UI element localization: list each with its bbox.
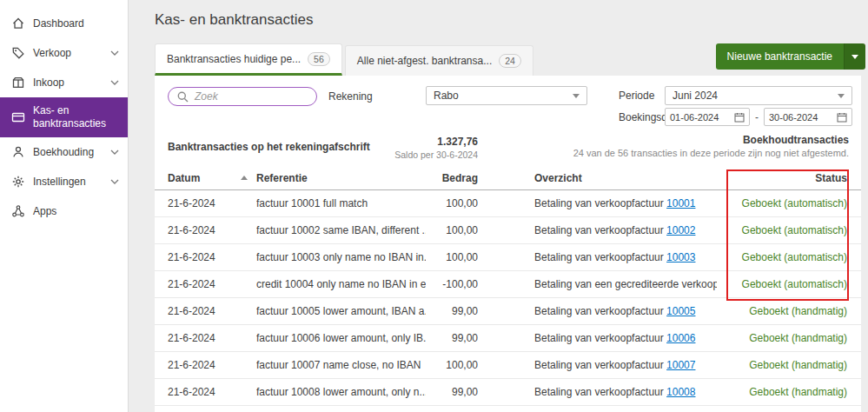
status-text: Geboekt (automatisch) bbox=[717, 278, 847, 290]
period-select[interactable]: Juni 2024 bbox=[665, 86, 852, 105]
invoice-link[interactable]: 10002 bbox=[666, 224, 695, 236]
tab-bar: Banktransacties huidige pe... 56 Alle ni… bbox=[155, 43, 533, 76]
table-row[interactable]: 21-6-2024 factuur 10006 lower amount, on… bbox=[155, 325, 861, 352]
date-to-value: 30-06-2024 bbox=[769, 112, 818, 123]
status-text: Geboekt (handmatig) bbox=[717, 386, 847, 398]
apps-network-icon bbox=[11, 204, 25, 218]
cell-overview: Betaling van verkoopfactuur 10002 bbox=[534, 224, 717, 236]
chevron-down-icon bbox=[110, 150, 119, 155]
table-row[interactable]: 21-6-2024 factuur 10005 lower amount, IB… bbox=[155, 298, 861, 325]
period-select-value: Juni 2024 bbox=[673, 90, 718, 102]
table-row[interactable]: 21-6-2024 factuur 10008 lower amount, on… bbox=[155, 379, 861, 406]
bank-card-icon bbox=[11, 110, 25, 124]
tab-label: Banktransacties huidige pe... bbox=[167, 53, 301, 65]
chevron-down-icon[interactable] bbox=[844, 43, 865, 70]
date-from-input[interactable]: 01-06-2024 bbox=[665, 108, 750, 126]
balance-amount: 1.327,76 bbox=[372, 136, 478, 148]
calendar-icon[interactable] bbox=[837, 112, 847, 123]
invoice-link[interactable]: 10007 bbox=[666, 359, 695, 371]
status-text: Geboekt (automatisch) bbox=[717, 224, 847, 236]
cell-amount: 99,00 bbox=[426, 305, 478, 317]
bookkeeping-caption: 24 van de 56 transacties in deze periode… bbox=[573, 148, 849, 158]
cell-reference: factuur 10003 only name no IBAN in... bbox=[256, 251, 426, 263]
sales-tag-icon bbox=[11, 46, 25, 60]
cell-date: 21-6-2024 bbox=[168, 305, 256, 317]
home-icon bbox=[11, 17, 25, 30]
person-icon bbox=[11, 145, 25, 159]
cell-reference: factuur 10008 lower amount, only n... bbox=[256, 386, 426, 398]
cell-amount: 99,00 bbox=[426, 332, 478, 344]
cell-overview: Betaling van verkoopfactuur 10005 bbox=[534, 305, 717, 317]
booking-date-range: 01-06-2024 - 30-06-2024 bbox=[665, 108, 852, 126]
search-icon bbox=[177, 91, 189, 103]
invoice-link[interactable]: 10008 bbox=[666, 386, 695, 398]
sidebar-item-instellingen[interactable]: Instellingen bbox=[0, 167, 128, 196]
table-row[interactable]: 21-6-2024 factuur 10002 same IBAN, diffe… bbox=[155, 217, 861, 244]
table-row[interactable]: 21-6-2024 factuur 10007 name close, no I… bbox=[155, 352, 861, 379]
invoice-link[interactable]: 10001 bbox=[666, 197, 695, 209]
cell-date: 21-6-2024 bbox=[168, 386, 256, 398]
account-select-value: Rabo bbox=[434, 90, 459, 102]
invoice-link[interactable]: 10006 bbox=[666, 332, 695, 344]
column-header-status[interactable]: Status bbox=[717, 172, 847, 184]
cell-amount: 99,00 bbox=[426, 386, 478, 398]
sort-ascending-icon[interactable] bbox=[241, 176, 248, 180]
sidebar-item-label: Dashboard bbox=[33, 17, 84, 30]
cell-date: 21-6-2024 bbox=[168, 224, 256, 236]
chevron-down-icon bbox=[573, 94, 580, 98]
account-select[interactable]: Rabo bbox=[426, 86, 587, 105]
cell-amount: 100,00 bbox=[426, 251, 478, 263]
gear-icon bbox=[11, 175, 25, 189]
status-text: Geboekt (handmatig) bbox=[717, 332, 847, 344]
cell-overview: Betaling van verkoopfactuur 10003 bbox=[534, 251, 717, 263]
main-area: Kas- en banktransacties Banktransacties … bbox=[129, 0, 868, 412]
cell-overview: Betaling van verkoopfactuur 10006 bbox=[534, 332, 717, 344]
date-to-input[interactable]: 30-06-2024 bbox=[764, 108, 852, 126]
sidebar-item-verkoop[interactable]: Verkoop bbox=[0, 38, 128, 68]
cell-date: 21-6-2024 bbox=[168, 278, 256, 290]
chevron-down-icon bbox=[110, 80, 119, 85]
sidebar-item-label: Instellingen bbox=[33, 176, 86, 189]
new-banktransaction-button[interactable]: Nieuwe banktransactie bbox=[716, 43, 865, 70]
table-header: Datum Referentie Bedrag Overzicht Status bbox=[155, 166, 861, 190]
invoice-link[interactable]: 10005 bbox=[666, 305, 695, 317]
sidebar-item-apps[interactable]: Apps bbox=[0, 196, 128, 226]
column-header-bedrag[interactable]: Bedrag bbox=[426, 172, 478, 184]
tab-count-badge: 56 bbox=[308, 52, 330, 66]
column-header-overzicht[interactable]: Overzicht bbox=[534, 172, 717, 184]
sidebar-item-dashboard[interactable]: Dashboard bbox=[0, 9, 128, 38]
table-row[interactable]: 21-6-2024 factuur 10003 only name no IBA… bbox=[155, 244, 861, 271]
search-input[interactable]: Zoek bbox=[168, 87, 317, 106]
tab-banktransacties-huidige-periode[interactable]: Banktransacties huidige pe... 56 bbox=[155, 43, 342, 76]
cell-reference: factuur 10005 lower amount, IBAN a... bbox=[256, 305, 426, 317]
cell-reference: factuur 10001 full match bbox=[256, 197, 426, 209]
cell-date: 21-6-2024 bbox=[168, 359, 256, 371]
cell-overview: Betaling van een gecrediteerde verkoopfa… bbox=[534, 278, 717, 290]
table-body: 21-6-2024 factuur 10001 full match 100,0… bbox=[155, 190, 861, 412]
cell-date: 21-6-2024 bbox=[168, 332, 256, 344]
column-header-datum[interactable]: Datum bbox=[168, 172, 256, 184]
balance-block: 1.327,76 Saldo per 30-6-2024 bbox=[372, 136, 478, 160]
invoice-link[interactable]: 10003 bbox=[666, 251, 695, 263]
sidebar-item-inkoop[interactable]: Inkoop bbox=[0, 68, 128, 97]
calendar-icon[interactable] bbox=[734, 112, 745, 123]
status-text: Geboekt (handmatig) bbox=[717, 359, 847, 371]
date-from-value: 01-06-2024 bbox=[670, 112, 719, 123]
cell-date: 21-6-2024 bbox=[168, 197, 256, 209]
table-row[interactable]: 21-6-2024 credit 10004 only name no IBAN… bbox=[155, 271, 861, 298]
sidebar-item-kas-en-banktransacties[interactable]: Kas- en banktransacties bbox=[0, 97, 128, 137]
date-range-separator: - bbox=[753, 111, 760, 123]
column-header-referentie[interactable]: Referentie bbox=[256, 172, 426, 184]
sidebar-item-boekhouding[interactable]: Boekhouding bbox=[0, 137, 128, 167]
sidebar-item-label: Apps bbox=[33, 205, 56, 218]
cell-reference: credit 10004 only name no IBAN in eA bbox=[256, 278, 426, 290]
chevron-down-icon bbox=[110, 50, 119, 56]
search-placeholder: Zoek bbox=[195, 90, 218, 103]
table-row[interactable]: 21-6-2024 factuur 10001 full match 100,0… bbox=[155, 190, 861, 217]
tab-alle-niet-afgestemde-banktransacties[interactable]: Alle niet-afgest. banktransa... 24 bbox=[345, 45, 533, 76]
balance-caption: Saldo per 30-6-2024 bbox=[372, 150, 478, 160]
cell-overview: Betaling van verkoopfactuur 10008 bbox=[534, 386, 717, 398]
cell-reference: factuur 10006 lower amount, only IB... bbox=[256, 332, 426, 344]
cell-overview: Betaling van verkoopfactuur 10007 bbox=[534, 359, 717, 371]
tab-label: Alle niet-afgest. banktransa... bbox=[357, 55, 492, 67]
